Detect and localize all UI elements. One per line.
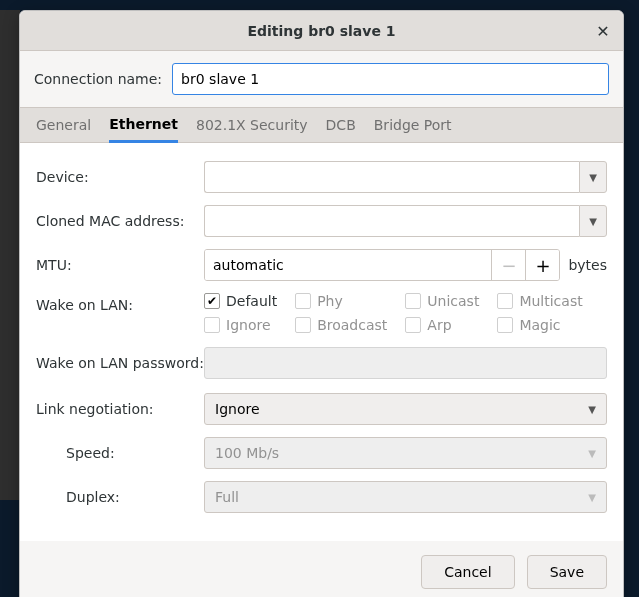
device-label: Device:: [36, 169, 204, 185]
wol-label: Wake on LAN:: [36, 293, 204, 313]
mtu-unit: bytes: [568, 257, 607, 273]
chevron-down-icon: ▼: [588, 492, 596, 503]
chevron-down-icon: ▼: [588, 404, 596, 415]
save-button[interactable]: Save: [527, 555, 607, 589]
wol-row: Wake on LAN: ✔Default Phy Unicast Multic…: [36, 293, 607, 333]
wol-ignore-label: Ignore: [226, 317, 271, 333]
wol-broadcast-label: Broadcast: [317, 317, 387, 333]
duplex-select: Full ▼: [204, 481, 607, 513]
speed-row: Speed: 100 Mb/s ▼: [36, 437, 607, 469]
dialog: Editing br0 slave 1 ✕ Connection name: G…: [19, 10, 624, 597]
duplex-label: Duplex:: [36, 489, 204, 505]
wol-phy-label: Phy: [317, 293, 343, 309]
cloned-mac-input[interactable]: [204, 205, 579, 237]
checkbox-icon: [295, 293, 311, 309]
speed-value: 100 Mb/s: [215, 445, 279, 461]
wol-multicast-checkbox[interactable]: Multicast: [497, 293, 582, 309]
tab-bridge-port[interactable]: Bridge Port: [374, 108, 452, 142]
tab-dcb[interactable]: DCB: [326, 108, 356, 142]
speed-select: 100 Mb/s ▼: [204, 437, 607, 469]
wol-password-label: Wake on LAN password:: [36, 355, 204, 371]
wol-password-row: Wake on LAN password:: [36, 347, 607, 379]
mtu-decrement-button[interactable]: −: [491, 250, 525, 280]
link-negotiation-row: Link negotiation: Ignore ▼: [36, 393, 607, 425]
wol-options: ✔Default Phy Unicast Multicast Ignore Br…: [204, 293, 607, 333]
titlebar: Editing br0 slave 1 ✕: [20, 11, 623, 51]
checkbox-icon: [497, 317, 513, 333]
checkbox-icon: [497, 293, 513, 309]
connection-name-row: Connection name:: [20, 51, 623, 107]
connection-name-label: Connection name:: [34, 71, 162, 87]
connection-name-input[interactable]: [172, 63, 609, 95]
wol-magic-label: Magic: [519, 317, 560, 333]
wol-default-checkbox[interactable]: ✔Default: [204, 293, 277, 309]
device-input[interactable]: [204, 161, 579, 193]
tab-general[interactable]: General: [36, 108, 91, 142]
device-dropdown-button[interactable]: ▼: [579, 161, 607, 193]
mtu-spinner[interactable]: − +: [204, 249, 560, 281]
close-button[interactable]: ✕: [591, 19, 615, 43]
device-row: Device: ▼: [36, 161, 607, 193]
checkbox-icon: [405, 293, 421, 309]
mtu-row: MTU: − + bytes: [36, 249, 607, 281]
mtu-input[interactable]: [205, 250, 491, 280]
wol-broadcast-checkbox[interactable]: Broadcast: [295, 317, 387, 333]
link-negotiation-label: Link negotiation:: [36, 401, 204, 417]
speed-label: Speed:: [36, 445, 204, 461]
wol-unicast-label: Unicast: [427, 293, 479, 309]
wol-phy-checkbox[interactable]: Phy: [295, 293, 387, 309]
chevron-down-icon: ▼: [589, 216, 597, 227]
close-icon: ✕: [596, 22, 609, 41]
checkbox-icon: [295, 317, 311, 333]
wol-multicast-label: Multicast: [519, 293, 582, 309]
dialog-title: Editing br0 slave 1: [247, 23, 395, 39]
wol-arp-checkbox[interactable]: Arp: [405, 317, 479, 333]
duplex-value: Full: [215, 489, 239, 505]
duplex-row: Duplex: Full ▼: [36, 481, 607, 513]
chevron-down-icon: ▼: [589, 172, 597, 183]
link-negotiation-select[interactable]: Ignore ▼: [204, 393, 607, 425]
wol-password-input: [204, 347, 607, 379]
tab-8021x-security[interactable]: 802.1X Security: [196, 108, 308, 142]
wol-default-label: Default: [226, 293, 277, 309]
cloned-mac-dropdown-button[interactable]: ▼: [579, 205, 607, 237]
wol-arp-label: Arp: [427, 317, 451, 333]
checkbox-icon: ✔: [204, 293, 220, 309]
checkbox-icon: [204, 317, 220, 333]
wol-ignore-checkbox[interactable]: Ignore: [204, 317, 277, 333]
tab-content: Device: ▼ Cloned MAC address: ▼ MTU: − +: [20, 143, 623, 541]
checkbox-icon: [405, 317, 421, 333]
cloned-mac-combo[interactable]: ▼: [204, 205, 607, 237]
link-negotiation-value: Ignore: [215, 401, 260, 417]
mtu-label: MTU:: [36, 257, 204, 273]
tab-bar: General Ethernet 802.1X Security DCB Bri…: [20, 107, 623, 143]
device-combo[interactable]: ▼: [204, 161, 607, 193]
wol-magic-checkbox[interactable]: Magic: [497, 317, 582, 333]
wol-unicast-checkbox[interactable]: Unicast: [405, 293, 479, 309]
tab-ethernet[interactable]: Ethernet: [109, 109, 178, 143]
cloned-mac-row: Cloned MAC address: ▼: [36, 205, 607, 237]
dialog-footer: Cancel Save: [20, 541, 623, 597]
cloned-mac-label: Cloned MAC address:: [36, 213, 204, 229]
chevron-down-icon: ▼: [588, 448, 596, 459]
mtu-increment-button[interactable]: +: [525, 250, 559, 280]
cancel-button[interactable]: Cancel: [421, 555, 514, 589]
